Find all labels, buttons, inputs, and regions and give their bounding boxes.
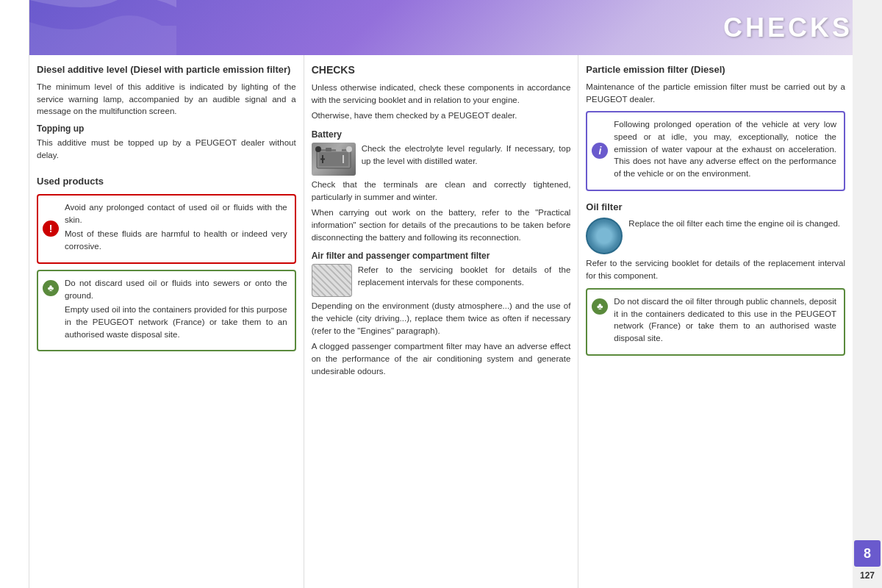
topping-up-body: This additive must be topped up by a PEU…: [37, 137, 296, 161]
page-header: CHECKS: [29, 0, 882, 55]
used-products-title: Used products: [37, 176, 296, 188]
eco-text-1: Do not discard used oil or fluids into s…: [65, 277, 287, 301]
airfilter-section: Refer to the servicing booklet for detai…: [312, 264, 571, 300]
oil-filter-text-2: Refer to the servicing booklet for detai…: [586, 257, 845, 282]
info-box-1: i Following prolonged operation of the v…: [586, 111, 845, 190]
battery-section: Check the electrolyte level regularly. I…: [312, 143, 571, 179]
oil-filter-text-1: Replace the oil filter each time the eng…: [586, 218, 845, 230]
airfilter-text-3: A clogged passenger compartment filter m…: [312, 340, 571, 377]
battery-text-3: When carrying out work on the battery, r…: [312, 207, 571, 243]
info-icon: i: [592, 143, 608, 159]
warning-box-1: ! Avoid any prolonged contact of used oi…: [37, 194, 296, 264]
left-bar: [0, 0, 29, 588]
column-1: Diesel additive level (Diesel with parti…: [29, 55, 304, 588]
page-number: 127: [860, 570, 875, 581]
airfilter-title: Air filter and passenger compartment fil…: [312, 251, 571, 261]
airfilter-image: [312, 264, 352, 297]
right-sidebar: 8 127: [853, 0, 882, 588]
battery-title: Battery: [312, 129, 571, 140]
diesel-additive-body: The minimum level of this additive is in…: [37, 81, 296, 118]
eco-text-2: Empty used oil into the containers provi…: [65, 304, 287, 340]
svg-rect-1: [326, 148, 331, 151]
warning-text-1: Avoid any prolonged contact of used oil …: [65, 201, 287, 226]
eco-box-2: ♣ Do not discard the oil filter through …: [586, 288, 845, 356]
chapter-number: 8: [854, 540, 881, 567]
info-text-1: Following prolonged operation of the veh…: [614, 118, 836, 179]
eco-box-1: ♣ Do not discard used oil or fluids into…: [37, 270, 296, 351]
particle-filter-body: Maintenance of the particle emission fil…: [586, 81, 845, 105]
checks-section-title: CHECKS: [312, 64, 571, 76]
oil-filter-title: Oil filter: [586, 201, 845, 214]
main-content: Diesel additive level (Diesel with parti…: [29, 55, 853, 588]
eco-icon-2: ♣: [592, 298, 608, 315]
battery-image: [312, 143, 356, 176]
eco-icon-1: ♣: [43, 280, 59, 296]
battery-text-2: Check that the terminals are clean and c…: [312, 179, 571, 203]
oil-filter-section: Replace the oil filter each time the eng…: [586, 218, 845, 257]
diesel-additive-title: Diesel additive level (Diesel with parti…: [37, 64, 296, 76]
warning-icon: !: [43, 220, 59, 237]
topping-up-title: Topping up: [37, 123, 296, 134]
column-3: Particle emission filter (Diesel) Mainte…: [578, 55, 853, 588]
oilfilter-image: [586, 218, 623, 254]
checks-intro-2: Otherwise, have them checked by a PEUGEO…: [312, 110, 571, 122]
svg-rect-2: [336, 148, 342, 151]
column-2: CHECKS Unless otherwise indicated, check…: [304, 55, 579, 588]
airfilter-text-2: Depending on the environment (dusty atmo…: [312, 300, 571, 337]
particle-filter-title: Particle emission filter (Diesel): [586, 64, 845, 76]
page-title: CHECKS: [723, 12, 853, 43]
checks-intro-1: Unless otherwise indicated, check these …: [312, 82, 571, 106]
eco-text-3: Do not discard the oil filter through pu…: [614, 295, 836, 345]
warning-text-2: Most of these fluids are harmful to heal…: [65, 228, 287, 252]
